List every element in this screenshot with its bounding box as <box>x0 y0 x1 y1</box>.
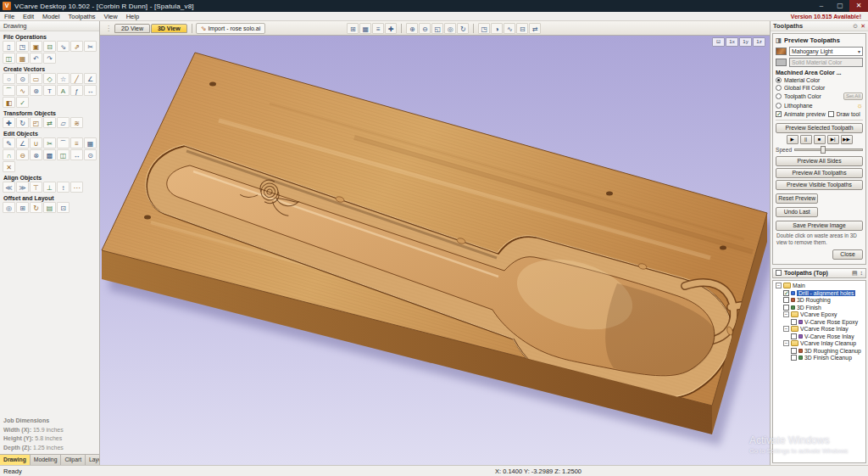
tree-toolpath-row[interactable]: V-Carve Rose Inlay <box>773 333 865 340</box>
edit-nodes-icon[interactable]: ✎ <box>3 137 15 148</box>
preview-close-button[interactable]: Close <box>832 249 863 260</box>
copy-icon[interactable]: ◫ <box>3 53 15 64</box>
draw-text-icon[interactable]: T <box>43 85 56 96</box>
save-preview-image-button[interactable]: Save Preview Image <box>776 221 863 231</box>
speed-slider[interactable] <box>794 146 863 154</box>
toolpath-list-collapse-icon[interactable]: ↕ <box>860 270 864 276</box>
offset-vectors-icon[interactable]: ≡ <box>70 137 83 148</box>
offset-icon[interactable]: ◎ <box>3 202 15 213</box>
radio-lithophane-row[interactable]: Lithophane ☼ <box>776 102 863 109</box>
tree-toolpath-row[interactable]: 3D Roughing <box>773 297 865 305</box>
new-file-icon[interactable]: ▯ <box>3 41 15 52</box>
import-file-chip[interactable]: ⇘ Import - rose solo.ai <box>196 23 266 34</box>
paste-icon[interactable]: ▦ <box>16 53 29 64</box>
run-to-end-button[interactable]: ▶▶ <box>841 135 853 144</box>
play-button[interactable]: ▶ <box>787 135 798 144</box>
global-fill-radio[interactable] <box>776 85 782 91</box>
rotate-icon[interactable]: ↻ <box>16 117 29 128</box>
wireframe-view-icon[interactable]: ◳ <box>478 23 490 34</box>
delete-icon[interactable]: ✕ <box>3 161 15 172</box>
nest-icon[interactable]: ▤ <box>43 202 56 213</box>
menu-help[interactable]: Help <box>122 12 143 21</box>
material-color-radio[interactable] <box>776 77 782 83</box>
toolpath-visibility-checkbox[interactable] <box>783 305 789 311</box>
tree-expander-icon[interactable]: − <box>783 311 789 317</box>
draw-polyline-icon[interactable]: ∠ <box>84 73 97 84</box>
align-center-icon[interactable]: ↕ <box>57 182 70 193</box>
draw-circle-icon[interactable]: ○ <box>3 73 15 84</box>
export-vectors-icon[interactable]: ⇗ <box>70 41 83 52</box>
tree-toolpath-row[interactable]: 3D Roughing Cleanup <box>773 347 865 355</box>
3d-scene[interactable] <box>100 36 770 465</box>
tab-2d-view[interactable]: 2D View <box>114 24 150 33</box>
trim-vectors-icon[interactable]: ✂ <box>43 137 56 148</box>
draw-line-icon[interactable]: ╱ <box>70 73 83 84</box>
boolean-icon[interactable]: ◧ <box>3 97 15 108</box>
tree-toolpath-row[interactable]: 3D Finish <box>773 304 865 311</box>
draw-arc-icon[interactable]: ⌒ <box>3 85 15 96</box>
preview-all-sides-button[interactable]: Preview All Sides <box>776 156 863 166</box>
pin-icon[interactable]: ⊙ <box>853 23 858 30</box>
stop-button[interactable]: ■ <box>814 135 826 144</box>
tree-folder-row[interactable]: −VCarve Inlay Cleanup <box>773 340 865 348</box>
toolpath-visibility-checkbox[interactable] <box>783 290 789 296</box>
set-all-button[interactable]: Set All <box>843 92 863 100</box>
toolpath-visibility-checkbox[interactable] <box>791 319 797 325</box>
tree-folder-row[interactable]: −VCarve Rose Inlay <box>773 326 865 333</box>
step-button[interactable]: ▶| <box>827 135 839 144</box>
shaded-view-icon[interactable]: ◑ <box>491 23 503 34</box>
tree-toolpath-row[interactable]: V-Carve Rose Epoxy <box>773 318 865 326</box>
move-icon[interactable]: ✚ <box>3 117 15 128</box>
multi-view-icon[interactable]: ⇄ <box>529 23 541 34</box>
reset-preview-button[interactable]: Reset Preview <box>776 193 818 204</box>
tab-drawing[interactable]: Drawing <box>0 455 31 465</box>
draw-gear-icon[interactable]: ⊛ <box>30 85 42 96</box>
text-on-curve-icon[interactable]: ƒ <box>70 85 83 96</box>
undo-icon[interactable]: ↶ <box>30 53 42 64</box>
pause-button[interactable]: || <box>800 135 812 144</box>
rotate-view-icon[interactable]: ↻ <box>457 23 469 34</box>
plate-layout-icon[interactable]: ⊡ <box>57 202 70 213</box>
zoom-out-icon[interactable]: ⊖ <box>419 23 431 34</box>
align-bottom-icon[interactable]: ⊥ <box>43 182 56 193</box>
draw-rectangle-icon[interactable]: ▭ <box>30 73 42 84</box>
minimize-button[interactable]: – <box>812 0 831 12</box>
print-icon[interactable]: ⊟ <box>43 41 56 52</box>
radio-material-color-row[interactable]: Material Color <box>776 77 863 83</box>
align-left-icon[interactable]: ≪ <box>3 182 15 193</box>
tab-modeling[interactable]: Modeling <box>31 455 62 465</box>
fillet-icon[interactable]: ⌒ <box>57 137 70 148</box>
tree-expander-icon[interactable]: − <box>783 326 789 332</box>
radio-global-fill-row[interactable]: Global Fill Color <box>776 85 863 91</box>
3d-viewport[interactable]: ⊡1x1y1z <box>100 36 770 465</box>
menu-edit[interactable]: Edit <box>19 12 38 21</box>
radio-toolpath-color-row[interactable]: Toolpath Color Set All <box>776 92 863 100</box>
toolpath-list-checkbox[interactable] <box>776 270 782 276</box>
measure-icon[interactable]: ∠ <box>16 137 29 148</box>
tree-folder-row[interactable]: −Main <box>773 283 865 290</box>
preview-selected-toolpath-button[interactable]: Preview Selected Toolpath <box>776 123 863 133</box>
preview-all-toolpaths-button[interactable]: Preview All Toolpaths <box>776 168 863 178</box>
maximize-button[interactable]: ▢ <box>831 0 849 12</box>
close-button[interactable]: ✕ <box>849 0 868 12</box>
import-vectors-icon[interactable]: ⇘ <box>57 41 70 52</box>
distort-icon[interactable]: ▱ <box>57 117 70 128</box>
view-x-button[interactable]: 1x <box>726 37 738 47</box>
mirror-icon[interactable]: ⇄ <box>43 117 56 128</box>
tree-toolpath-row[interactable]: Drill - alignment holes <box>773 289 865 297</box>
tab-3d-view[interactable]: 3D View <box>151 24 187 33</box>
preview-visible-toolpaths-button[interactable]: Preview Visible Toolpaths <box>776 180 863 190</box>
join-vectors-icon[interactable]: ∪ <box>30 137 42 148</box>
draw-star-icon[interactable]: ☆ <box>57 73 70 84</box>
menu-file[interactable]: File <box>0 12 19 21</box>
toolpath-visibility-checkbox[interactable] <box>791 348 797 354</box>
validate-vectors-icon[interactable]: ✓ <box>16 97 29 108</box>
distribute-icon[interactable]: ⋯ <box>70 182 83 193</box>
tree-folder-row[interactable]: −VCarve Epoxy <box>773 311 865 319</box>
animate-preview-checkbox[interactable] <box>776 111 782 117</box>
scale-icon[interactable]: ◰ <box>30 117 42 128</box>
menu-view[interactable]: View <box>100 12 122 21</box>
view-z-button[interactable]: 1z <box>753 37 765 47</box>
save-file-icon[interactable]: ▣ <box>30 41 42 52</box>
toolpath-list-options-icon[interactable]: ▤ <box>852 270 858 277</box>
